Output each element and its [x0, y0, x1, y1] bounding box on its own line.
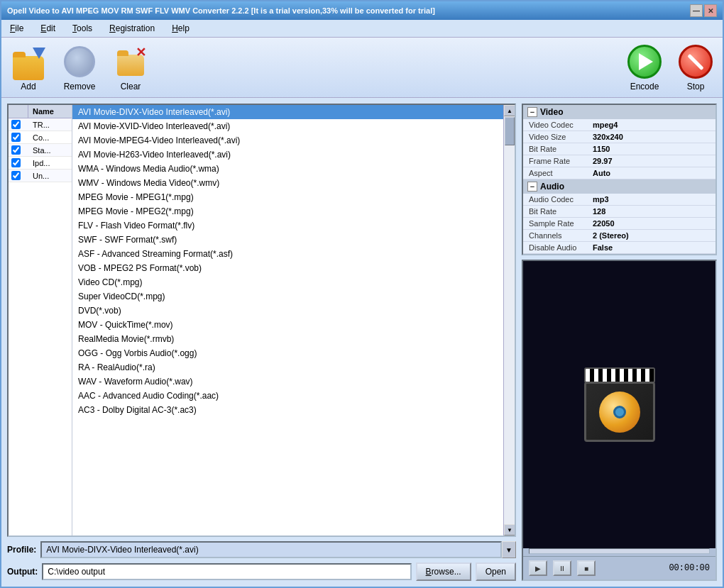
clap-top: [584, 367, 655, 383]
preview-controls: ▶ ⏸ ■ 00:00:00: [523, 556, 715, 579]
video-collapse-button[interactable]: −: [527, 107, 537, 117]
list-item[interactable]: RealMedia Movie(*.rmvb): [72, 332, 503, 346]
audio-collapse-button[interactable]: −: [527, 182, 537, 192]
open-button[interactable]: Open: [476, 562, 516, 581]
menu-registration[interactable]: Registration: [106, 22, 158, 35]
audio-section-header[interactable]: − Audio: [523, 179, 715, 194]
clear-button[interactable]: ✕ Clear: [112, 43, 149, 91]
profile-label: Profile:: [7, 545, 36, 555]
pause-button[interactable]: ⏸: [553, 560, 571, 576]
checkbox-input-4[interactable]: [11, 158, 21, 167]
list-item[interactable]: WAV - Waveform Audio(*.wav): [72, 375, 503, 389]
prop-key-video-codec: Video Codec: [523, 119, 587, 131]
menu-bar: File Edit Tools Registration Help: [1, 20, 723, 38]
list-item[interactable]: MPEG Movie - MPEG1(*.mpg): [72, 190, 503, 204]
remove-button[interactable]: Remove: [61, 43, 98, 91]
encode-icon: [626, 43, 663, 80]
clear-label: Clear: [121, 82, 141, 91]
list-item[interactable]: VOB - MPEG2 PS Format(*.vob): [72, 261, 503, 275]
checkbox-input-3[interactable]: [11, 145, 21, 155]
stop-button[interactable]: Stop: [677, 43, 714, 91]
file-name-2: Co...: [28, 132, 72, 143]
prop-key-audio-codec: Audio Codec: [523, 194, 587, 206]
file-checkbox-2[interactable]: [9, 131, 28, 143]
player-stop-button[interactable]: ■: [577, 560, 596, 576]
stop-line-shape: [687, 53, 703, 70]
list-item[interactable]: AAC - Advanced Audio Coding(*.aac): [72, 389, 503, 403]
file-checkbox-1[interactable]: [9, 118, 28, 131]
list-item[interactable]: DVD(*.vob): [72, 304, 503, 318]
list-item[interactable]: MPEG Movie - MPEG2(*.mpg): [72, 204, 503, 218]
list-item[interactable]: AVI Movie-XVID-Video Interleaved(*.avi): [72, 119, 503, 133]
play-button[interactable]: ▶: [529, 560, 547, 576]
profile-row: Profile: AVI Movie-DIVX-Video Interleave…: [7, 541, 516, 558]
clapperboard-icon: [581, 367, 659, 442]
menu-help[interactable]: Help: [169, 22, 192, 35]
progress-bar[interactable]: [529, 548, 710, 554]
list-item[interactable]: RA - RealAudio(*.ra): [72, 360, 503, 375]
menu-file[interactable]: File: [7, 22, 26, 35]
profile-value[interactable]: AVI Movie-DIVX-Video Interleaved(*.avi): [40, 541, 502, 558]
scroll-track[interactable]: [504, 116, 515, 524]
table-row: Un...: [9, 170, 72, 182]
list-item[interactable]: ASF - Advanced Streaming Format(*.asf): [72, 247, 503, 261]
clear-x-shape: ✕: [136, 46, 146, 59]
add-icon: [10, 43, 47, 80]
list-item[interactable]: MOV - QuickTime(*.mov): [72, 318, 503, 332]
video-section-header[interactable]: − Video: [523, 105, 715, 119]
prop-key-sample-rate: Sample Rate: [523, 218, 587, 230]
list-item[interactable]: FLV - Flash Video Format(*.flv): [72, 218, 503, 233]
checkbox-input-1[interactable]: [11, 120, 21, 129]
prop-val-audio-bitrate: 128: [587, 206, 715, 218]
encode-button[interactable]: Encode: [626, 43, 663, 91]
list-item[interactable]: AVI Movie-DIVX-Video Interleaved(*.avi): [72, 105, 503, 119]
format-dropdown-list[interactable]: AVI Movie-DIVX-Video Interleaved(*.avi) …: [72, 105, 503, 536]
file-name-3: Sta...: [28, 145, 72, 156]
prop-key-channels: Channels: [523, 230, 587, 242]
menu-edit[interactable]: Edit: [38, 22, 58, 35]
add-button[interactable]: Add: [10, 43, 47, 91]
encode-label: Encode: [630, 82, 659, 91]
list-item[interactable]: Video CD(*.mpg): [72, 275, 503, 289]
scroll-down-button[interactable]: ▼: [504, 524, 515, 536]
file-checkbox-4[interactable]: [9, 157, 28, 169]
list-item[interactable]: OGG - Ogg Vorbis Audio(*.ogg): [72, 346, 503, 360]
prop-key-audio-bitrate: Bit Rate: [523, 206, 587, 218]
minimize-button[interactable]: —: [690, 4, 703, 17]
menu-tools[interactable]: Tools: [70, 22, 95, 35]
stop-icon-shape: [679, 45, 713, 79]
list-item[interactable]: SWF - SWF Format(*.swf): [72, 233, 503, 247]
main-content: Name TR... Co... Sta...: [1, 98, 723, 587]
clap-disc-inner: [613, 406, 626, 418]
list-item[interactable]: WMA - Windows Media Audio(*.wma): [72, 162, 503, 176]
file-checkbox-5[interactable]: [9, 170, 28, 182]
audio-properties-table: Audio Codec mp3 Bit Rate 128 Sample Rate…: [523, 194, 715, 254]
remove-icon-shape: [64, 46, 95, 77]
scroll-thumb[interactable]: [505, 117, 515, 145]
list-item[interactable]: AVI Movie-MPEG4-Video Interleaved(*.avi): [72, 133, 503, 148]
table-row: Bit Rate 1150: [523, 143, 715, 155]
right-panel: − Video Video Codec mpeg4 Video Size 320…: [522, 104, 717, 581]
list-item[interactable]: WMV - Windows Media Video(*.wmv): [72, 176, 503, 190]
list-item[interactable]: Super VideoCD(*.mpg): [72, 289, 503, 304]
scroll-up-button[interactable]: ▲: [504, 105, 515, 116]
format-list-scrollbar[interactable]: ▲ ▼: [503, 105, 515, 536]
remove-icon: [61, 43, 98, 80]
list-item[interactable]: AVI Movie-H263-Video Interleaved(*.avi): [72, 148, 503, 162]
prop-key-video-size: Video Size: [523, 131, 587, 143]
add-arrow-shape: [33, 48, 45, 59]
prop-val-sample-rate: 22050: [587, 218, 715, 230]
prop-val-aspect: Auto: [587, 167, 715, 179]
table-row: Channels 2 (Stereo): [523, 230, 715, 242]
table-row: Aspect Auto: [523, 167, 715, 179]
profile-select-container: AVI Movie-DIVX-Video Interleaved(*.avi) …: [40, 541, 516, 558]
profile-dropdown-arrow[interactable]: ▼: [502, 541, 516, 558]
list-item[interactable]: AC3 - Dolby Digital AC-3(*.ac3): [72, 403, 503, 417]
file-checkbox-3[interactable]: [9, 144, 28, 156]
checkbox-input-5[interactable]: [11, 171, 21, 180]
checkbox-input-2[interactable]: [11, 133, 21, 142]
output-path-input[interactable]: [42, 563, 411, 580]
close-button[interactable]: ✕: [704, 4, 717, 17]
browse-button[interactable]: Browse...: [416, 562, 471, 581]
prop-val-video-codec: mpeg4: [587, 119, 715, 131]
